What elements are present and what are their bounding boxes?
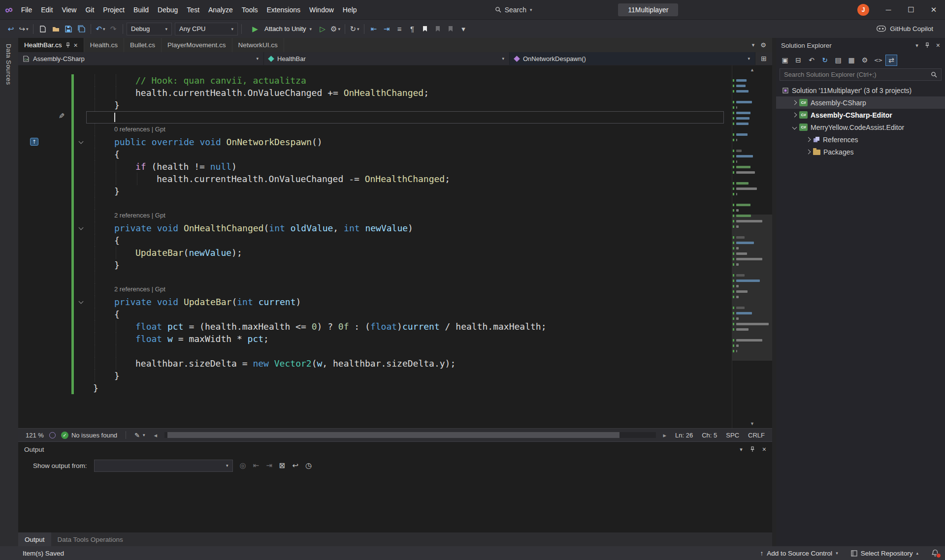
notifications-button[interactable] (931, 549, 939, 557)
bookmark-icon[interactable] (419, 23, 431, 35)
code-line[interactable]: private void UpdateBar(int current) (18, 296, 732, 308)
code-area[interactable]: // Hook: quan canviï, actualitzahealth.c… (18, 65, 732, 428)
menu-window[interactable]: Window (305, 0, 338, 20)
tab-health-cs[interactable]: Health.cs (84, 38, 124, 52)
profiler-icon[interactable]: ⚙▾ (329, 23, 341, 35)
overridden-member-icon[interactable]: ↑ (30, 138, 38, 146)
code-line[interactable]: ✎ (18, 111, 732, 124)
browser-link-icon[interactable]: ↻▾ (349, 23, 360, 35)
code-line[interactable] (18, 271, 732, 283)
search-control[interactable]: Search ▾ (495, 6, 532, 14)
navigate-forward-code-icon[interactable]: ⇥ (381, 23, 392, 35)
show-all-files-icon[interactable]: ▦ (846, 55, 857, 66)
output-content[interactable] (18, 474, 772, 532)
data-sources-side-tab[interactable]: Data Sources (0, 38, 18, 546)
menu-test[interactable]: Test (182, 0, 204, 20)
pin-icon[interactable] (750, 446, 755, 452)
chevron-down-icon[interactable]: ▾ (740, 446, 743, 453)
menu-tools[interactable]: Tools (237, 0, 262, 20)
issues-indicator[interactable]: ✓ No issues found (58, 432, 121, 439)
refresh-icon[interactable]: ↻ (819, 55, 831, 66)
maximize-button[interactable]: ☐ (900, 0, 922, 20)
switch-views-icon[interactable]: ▣ (779, 55, 791, 66)
start-without-debugging-icon[interactable]: ▷ (317, 23, 328, 35)
attach-to-unity-button[interactable]: ▶ Attach to Unity ▾ (245, 23, 316, 35)
tree-item-assembly-csharp-editor[interactable]: C# Assembly-CSharp-Editor (776, 109, 945, 121)
clear-all-icon[interactable]: ⊠ (279, 461, 286, 470)
menu-build[interactable]: Build (129, 0, 153, 20)
chevron-right-icon[interactable] (792, 100, 797, 105)
code-line[interactable]: 0 references | Gpt (18, 124, 732, 136)
chevron-right-icon[interactable] (806, 150, 811, 155)
prev-bookmark-icon[interactable] (432, 23, 444, 35)
code-line[interactable]: private void OnHealthChanged(int oldValu… (18, 222, 732, 234)
word-wrap-icon[interactable]: ↩ (292, 461, 298, 470)
menu-help[interactable]: Help (338, 0, 361, 20)
view-code-icon[interactable]: <> (872, 55, 884, 66)
fold-chevron-icon[interactable] (79, 225, 84, 230)
code-line[interactable]: if (health != null) (18, 160, 732, 173)
chevron-down-icon[interactable]: ▾ (915, 42, 918, 49)
solution-configuration-select[interactable]: Debug▾ (127, 23, 172, 35)
tree-item-solution[interactable]: Solution '11Multiplayer' (3 of 3 project… (776, 84, 945, 96)
code-line[interactable]: 2 references | Gpt (18, 283, 732, 296)
code-line[interactable]: health.currentHealth.OnValueChanged -= O… (18, 173, 732, 185)
tab-playermovement-cs[interactable]: PlayerMovement.cs (162, 38, 232, 52)
tab-healthbar-cs[interactable]: HealthBar.cs × (18, 38, 84, 52)
code-line[interactable]: UpdateBar(newValue); (18, 247, 732, 259)
code-line[interactable]: } (18, 382, 732, 394)
menu-view[interactable]: View (57, 0, 81, 20)
menu-debug[interactable]: Debug (153, 0, 182, 20)
split-editor-button[interactable]: ⊞ (755, 52, 772, 65)
redo-icon[interactable]: ↷ (107, 23, 119, 35)
code-line[interactable]: health.currentHealth.OnValueChanged += O… (18, 87, 732, 99)
menu-analyze[interactable]: Analyze (204, 0, 237, 20)
save-icon[interactable] (63, 23, 74, 35)
close-panel-icon[interactable]: × (936, 42, 940, 49)
zoom-level[interactable]: 121 % (22, 432, 47, 439)
code-line[interactable]: 2 references | Gpt (18, 210, 732, 222)
doc-well-options-icon[interactable]: ⚙ (760, 41, 766, 49)
code-line[interactable]: } (18, 370, 732, 382)
code-line[interactable]: } (18, 259, 732, 271)
solution-explorer-search[interactable]: Search Solution Explorer (Ctrl+;) (780, 68, 942, 81)
document-health-icon[interactable] (49, 432, 56, 438)
tab-output[interactable]: Output (18, 532, 51, 546)
properties-icon[interactable]: ⚙ (859, 55, 871, 66)
open-folder-icon[interactable] (50, 23, 62, 35)
code-line[interactable]: float w = maxWidth * pct; (18, 333, 732, 345)
pin-icon[interactable] (925, 42, 930, 48)
tree-item-references[interactable]: References (776, 133, 945, 146)
github-copilot-button[interactable]: GitHub Copilot (877, 25, 940, 32)
menu-extensions[interactable]: Extensions (262, 0, 305, 20)
code-line[interactable]: // Hook: quan canviï, actualitza (18, 74, 732, 87)
indentation-indicator[interactable]: SPC (722, 432, 743, 439)
chevron-down-icon[interactable] (792, 125, 797, 130)
user-avatar[interactable]: J (857, 4, 869, 16)
tree-item-packages[interactable]: Packages (776, 146, 945, 158)
minimap-scrollbar[interactable]: ▲ ▼ (732, 65, 772, 428)
collapse-all-icon[interactable]: ▤ (832, 55, 844, 66)
code-cleanup-icon[interactable]: ✎▾ (131, 432, 148, 439)
pending-changes-filter-icon[interactable]: ⊟ (792, 55, 804, 66)
tab-data-tools-operations[interactable]: Data Tools Operations (51, 532, 130, 546)
line-structure-icon[interactable]: ≡ (393, 23, 405, 35)
code-line[interactable] (18, 197, 732, 210)
member-dropdown[interactable]: OnNetworkDespawn() ▾ (510, 52, 755, 65)
copilot-edit-icon[interactable]: ✎ (59, 112, 65, 121)
fold-chevron-icon[interactable] (79, 299, 84, 304)
menu-project[interactable]: Project (98, 0, 129, 20)
sync-with-active-document-icon[interactable]: ⇄ (885, 55, 897, 66)
next-bookmark-icon[interactable] (445, 23, 456, 35)
scroll-down-icon[interactable]: ▼ (750, 421, 754, 426)
close-tab-icon[interactable]: × (74, 42, 78, 49)
code-line[interactable] (18, 345, 732, 357)
menu-edit[interactable]: Edit (36, 0, 57, 20)
previous-message-icon[interactable]: ⇤ (253, 461, 260, 470)
show-timestamps-icon[interactable]: ◷ (305, 461, 312, 470)
line-ending-indicator[interactable]: CRLF (745, 432, 768, 439)
tab-networkui-cs[interactable]: NetworkUI.cs (232, 38, 284, 52)
code-line[interactable]: healthbar.sizeDelta = new Vector2(w, hea… (18, 357, 732, 370)
toolbar-overflow-icon[interactable]: ▾ (457, 23, 469, 35)
save-all-icon[interactable] (75, 23, 87, 35)
